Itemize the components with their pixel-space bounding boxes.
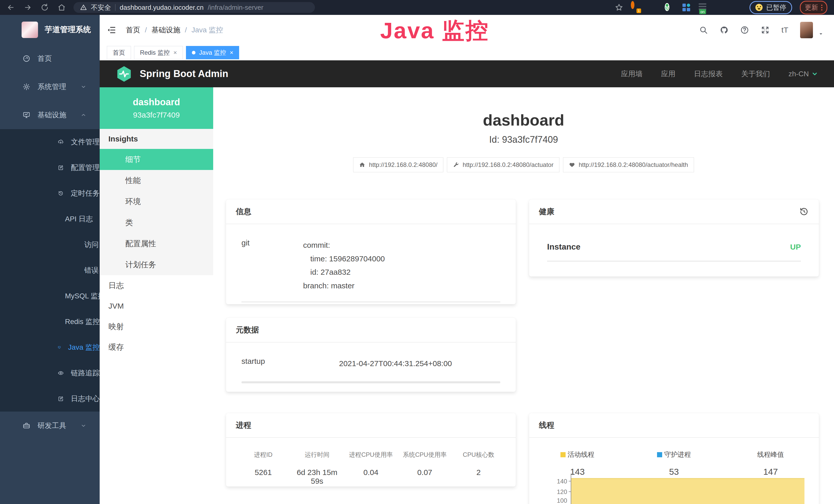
sidebar-item-infra[interactable]: 基础设施 xyxy=(0,101,100,129)
user-avatar[interactable] xyxy=(800,22,813,38)
breadcrumb-separator: / xyxy=(185,26,187,34)
sidebar-item-label: 首页 xyxy=(38,54,52,63)
actuator-url-chip[interactable]: http://192.168.0.2:48080/actuator xyxy=(447,157,559,172)
sidebar-item-label: MySQL 监控 xyxy=(65,291,105,301)
search-icon[interactable] xyxy=(699,26,708,35)
sidebar-item-api-log[interactable]: API 日志 xyxy=(0,206,100,232)
github-icon[interactable] xyxy=(720,26,728,35)
sba-nav-mappings[interactable]: 映射 xyxy=(100,316,213,337)
chevron-down-icon xyxy=(81,423,86,429)
heart-icon xyxy=(569,162,575,168)
sidebar-item-tracing[interactable]: 链路追踪 xyxy=(0,360,100,386)
actuator-url: http://192.168.0.2:48080/actuator xyxy=(463,161,553,168)
tab-label: Redis 监控 xyxy=(140,48,170,57)
service-url-chip[interactable]: http://192.168.0.2:48080/ xyxy=(353,157,443,172)
sidebar-item-access-log[interactable]: 访问日志 xyxy=(0,232,100,257)
y-tick: 120 xyxy=(551,488,567,496)
extension-youdao-icon[interactable]: y xyxy=(665,3,674,12)
security-label[interactable]: 不安全 xyxy=(91,3,111,12)
home-icon xyxy=(359,162,365,168)
sba-menu-about[interactable]: 关于我们 xyxy=(741,69,770,79)
sba-group-title: Insights xyxy=(100,129,213,149)
help-icon[interactable] xyxy=(740,26,749,35)
sidebar-item-log-center[interactable]: 日志中心 xyxy=(0,386,100,412)
info-key: git xyxy=(241,238,303,293)
back-icon[interactable] xyxy=(7,3,15,12)
sidebar-item-files[interactable]: 文件管理 xyxy=(0,129,100,155)
sba-nav-environment[interactable]: 环境 xyxy=(100,191,213,212)
sba-menu-journal[interactable]: 日志报表 xyxy=(694,69,723,79)
sidebar-item-mysql[interactable]: MySQL 监控 xyxy=(0,283,100,309)
sba-menu-applications[interactable]: 应用 xyxy=(661,69,676,79)
sidebar-item-redis[interactable]: Redis 监控 xyxy=(0,309,100,335)
extension-colorzilla-icon[interactable]: 1 xyxy=(631,3,640,12)
breadcrumb-home[interactable]: 首页 xyxy=(126,25,140,35)
reload-icon[interactable] xyxy=(41,3,49,12)
sidebar-item-system[interactable]: 系统管理 xyxy=(0,73,100,101)
sba-nav-configprops[interactable]: 配置属性 xyxy=(100,233,213,254)
url-host: dashboard.yudao.iocoder.cn xyxy=(120,4,204,12)
fullscreen-icon[interactable] xyxy=(761,26,770,35)
bookmark-star-icon[interactable] xyxy=(615,3,623,12)
sidebar-item-error-log[interactable]: 错误日志 xyxy=(0,257,100,283)
tab-label: Java 监控 xyxy=(199,48,226,57)
tags-view: 首页 Redis 监控 × Java 监控 × xyxy=(100,45,834,60)
sba-menu-wallboard[interactable]: 应用墙 xyxy=(621,69,643,79)
sidebar-item-dev-tools[interactable]: 研发工具 xyxy=(0,412,100,440)
tab-java-monitor[interactable]: Java 监控 × xyxy=(186,46,239,59)
address-bar[interactable]: 不安全 dashboard.yudao.iocoder.cn/infra/adm… xyxy=(73,2,315,13)
extension-switch-icon[interactable]: on xyxy=(699,3,708,12)
info-card: 信息 git commit: time: 1596289704000 id: 2… xyxy=(226,200,516,304)
sidebar-item-config[interactable]: 配置管理 xyxy=(0,155,100,181)
app-logo-row[interactable]: 芋道管理系统 xyxy=(0,15,100,44)
legend-label: 活动线程 xyxy=(568,450,594,459)
sba-nav-scheduled-tasks[interactable]: 计划任务 xyxy=(100,254,213,275)
live-threads-area xyxy=(571,478,805,504)
monitor-chart-icon xyxy=(23,111,30,119)
info-line: branch: master xyxy=(303,279,500,293)
sidebar-item-home[interactable]: 首页 xyxy=(0,44,100,73)
sidebar-item-jobs[interactable]: 定时任务 xyxy=(0,181,100,206)
close-icon[interactable]: × xyxy=(229,49,233,56)
divider xyxy=(241,381,500,383)
health-history-icon[interactable] xyxy=(799,206,809,217)
extension-grid-icon[interactable] xyxy=(682,3,691,12)
sidebar-item-java-monitor[interactable]: Java 监控 xyxy=(0,335,100,360)
browser-nav xyxy=(7,3,66,12)
metadata-row: startup 2021-04-27T00:44:31.254+08:00 xyxy=(226,343,516,370)
log-edit-icon xyxy=(58,395,64,403)
health-card: 健康 Instance UP xyxy=(529,200,819,276)
paused-badge[interactable]: 已暂停 xyxy=(749,1,792,14)
extension-puzzle-icon[interactable] xyxy=(732,3,742,12)
sba-nav-classes[interactable]: 类 xyxy=(100,212,213,233)
browser-menu-icon[interactable] xyxy=(821,5,822,10)
health-url-chip[interactable]: http://192.168.0.2:48080/actuator/health xyxy=(563,157,694,172)
edit-icon xyxy=(58,164,64,171)
sba-nav-jvm[interactable]: JVM xyxy=(100,296,213,316)
tab-redis-monitor[interactable]: Redis 监控 × xyxy=(134,46,183,59)
legend-swatch-blue xyxy=(657,452,662,457)
tab-home[interactable]: 首页 xyxy=(107,46,131,59)
close-icon[interactable]: × xyxy=(173,49,177,56)
extension-pin-icon[interactable] xyxy=(648,3,657,12)
sba-nav-metrics[interactable]: 性能 xyxy=(100,170,213,191)
sba-app-block[interactable]: dashboard 93a3fc7f7409 xyxy=(100,87,213,129)
sba-nav-logfile[interactable]: 日志 xyxy=(100,275,213,296)
y-axis-cap xyxy=(571,474,574,474)
breadcrumb-infra[interactable]: 基础设施 xyxy=(152,25,180,35)
forward-icon[interactable] xyxy=(24,3,32,12)
info-line: commit: xyxy=(303,238,500,252)
extension-leaf-icon[interactable] xyxy=(716,3,725,12)
update-button[interactable]: 更新 xyxy=(800,1,827,15)
info-line: time: 1596289704000 xyxy=(303,252,500,266)
briefcase-icon xyxy=(23,422,30,430)
sidebar-fold-icon[interactable] xyxy=(107,25,116,35)
sidebar-item-label: 基础设施 xyxy=(38,110,66,120)
avatar-caret-icon[interactable] xyxy=(818,31,823,36)
sba-language-select[interactable]: zh-CN xyxy=(789,70,818,78)
font-size-icon[interactable]: tT xyxy=(781,26,788,35)
process-col-cpus: CPU核心数 2 xyxy=(452,451,505,485)
sba-nav-caches[interactable]: 缓存 xyxy=(100,337,213,358)
sba-nav-details[interactable]: 细节 xyxy=(100,149,213,170)
home-icon[interactable] xyxy=(58,3,66,12)
